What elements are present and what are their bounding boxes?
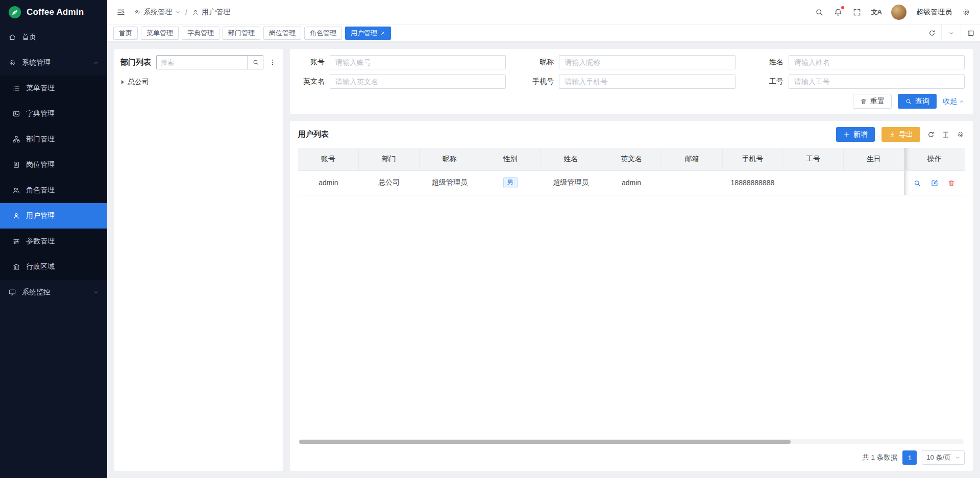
sidebar-item-label: 用户管理 [26, 211, 55, 220]
coffee-logo-icon [8, 6, 21, 19]
user-avatar[interactable] [891, 5, 906, 20]
settings-button[interactable] [962, 8, 971, 17]
tab-options-button[interactable] [941, 24, 961, 41]
department-more-button[interactable] [268, 58, 277, 66]
global-search-button[interactable] [815, 8, 824, 17]
language-switch-button[interactable]: 文A [871, 8, 881, 17]
app-logo[interactable]: Coffee Admin [0, 0, 107, 24]
refresh-tab-button[interactable] [922, 24, 941, 41]
department-panel-header: 部门列表 [120, 55, 277, 69]
sidebar-item-region-mgmt[interactable]: 行政区域 [0, 254, 107, 280]
filter-field-nickname: 昵称 [527, 55, 735, 69]
scrollbar-thumb[interactable] [299, 440, 791, 444]
nickname-input[interactable] [559, 55, 735, 69]
sidebar-item-label: 字典管理 [26, 109, 55, 118]
cell-gender: 男 [480, 170, 541, 195]
tab-dict-mgmt[interactable]: 字典管理 [182, 27, 219, 40]
chevron-down-icon [948, 30, 954, 36]
sidebar-item-user-mgmt[interactable]: 用户管理 [0, 203, 107, 229]
sidebar-item-dept-mgmt[interactable]: 部门管理 [0, 127, 107, 152]
row-density-button[interactable] [942, 131, 950, 139]
chevron-up-icon [959, 98, 965, 105]
sidebar-item-system-mgmt[interactable]: 系统管理 [0, 50, 107, 76]
collapse-filters-link[interactable]: 收起 [943, 97, 965, 106]
search-icon [815, 8, 824, 17]
column-header-nickname: 昵称 [419, 148, 480, 170]
query-button-label: 查询 [915, 97, 929, 106]
sitemap-icon [12, 135, 20, 143]
edit-user-button[interactable] [930, 179, 939, 187]
tab-menu-mgmt[interactable]: 菜单管理 [141, 27, 179, 40]
refresh-icon [928, 29, 936, 37]
breadcrumb-item-user-mgmt[interactable]: 用户管理 [192, 8, 230, 17]
caret-right-icon[interactable] [121, 80, 124, 84]
delete-user-button[interactable] [947, 179, 955, 187]
tab-strip: 首页 菜单管理 字典管理 部门管理 岗位管理 角色管理 用户管理 [107, 24, 980, 42]
en-name-input[interactable] [330, 74, 506, 89]
table-settings-button[interactable] [957, 131, 965, 139]
reset-button[interactable]: 重置 [853, 94, 892, 109]
department-search-input[interactable] [157, 56, 248, 69]
notifications-button[interactable] [834, 8, 843, 17]
tab-label: 用户管理 [351, 29, 377, 38]
close-icon[interactable] [380, 31, 385, 36]
column-header-gender: 性别 [480, 148, 541, 170]
export-button-label: 导出 [899, 130, 913, 139]
tree-node-root[interactable]: 总公司 [120, 77, 277, 88]
name-input[interactable] [789, 55, 965, 69]
refresh-table-button[interactable] [927, 131, 935, 139]
page-number-button[interactable]: 1 [902, 450, 917, 465]
cell-email [662, 170, 722, 195]
download-icon [889, 131, 896, 138]
horizontal-scrollbar[interactable] [299, 439, 964, 444]
gender-tag: 男 [503, 177, 518, 188]
field-label: 工号 [757, 77, 789, 86]
query-button[interactable]: 查询 [898, 94, 937, 109]
sidebar-item-label: 系统监控 [22, 288, 51, 297]
page-size-select[interactable]: 10 条/页 [922, 450, 965, 465]
department-panel-title: 部门列表 [120, 58, 151, 67]
tab-user-mgmt[interactable]: 用户管理 [345, 27, 391, 40]
fullscreen-button[interactable] [852, 8, 862, 17]
right-column: 账号 昵称 姓名 英文名 [290, 49, 973, 471]
phone-input[interactable] [559, 74, 735, 89]
layout-toggle-button[interactable] [961, 24, 980, 41]
collapse-sidebar-button[interactable] [116, 8, 126, 17]
tab-home[interactable]: 首页 [113, 27, 138, 40]
sidebar-item-param-mgmt[interactable]: 参数管理 [0, 229, 107, 254]
sidebar-item-menu-mgmt[interactable]: 菜单管理 [0, 76, 107, 101]
tab-post-mgmt[interactable]: 岗位管理 [263, 27, 301, 40]
add-button-label: 新增 [853, 130, 868, 139]
sidebar-item-role-mgmt[interactable]: 角色管理 [0, 178, 107, 203]
tab-label: 菜单管理 [146, 29, 173, 38]
tab-role-mgmt[interactable]: 角色管理 [304, 27, 342, 40]
current-username[interactable]: 超级管理员 [916, 8, 952, 17]
tree-node-label: 总公司 [128, 78, 149, 87]
field-label: 姓名 [757, 58, 789, 67]
cell-en-name: admin [601, 170, 662, 195]
department-search-button[interactable] [248, 56, 263, 69]
filter-grid: 账号 昵称 姓名 英文名 [298, 55, 965, 89]
sidebar-menu: 首页 系统管理 菜单管理 字典管理 部门管理 岗位管理 [0, 24, 107, 478]
sidebar-item-post-mgmt[interactable]: 岗位管理 [0, 152, 107, 178]
tab-dept-mgmt[interactable]: 部门管理 [223, 27, 260, 40]
column-header-account: 账号 [298, 148, 359, 170]
reset-button-label: 重置 [870, 97, 885, 106]
add-user-button[interactable]: 新增 [836, 127, 875, 142]
department-panel: 部门列表 总公司 [114, 49, 283, 471]
field-label: 手机号 [527, 77, 559, 86]
filter-field-phone: 手机号 [527, 74, 735, 89]
work-no-input[interactable] [789, 74, 965, 89]
sidebar-item-system-monitor[interactable]: 系统监控 [0, 280, 107, 305]
sidebar-submenu-system: 菜单管理 字典管理 部门管理 岗位管理 角色管理 用户管理 [0, 76, 107, 280]
view-user-button[interactable] [913, 179, 921, 187]
account-input[interactable] [330, 55, 506, 69]
edit-icon [930, 179, 939, 187]
export-button[interactable]: 导出 [881, 127, 920, 142]
sidebar-item-home[interactable]: 首页 [0, 24, 107, 50]
menu-fold-icon [116, 8, 126, 17]
breadcrumb-item-system[interactable]: 系统管理 [134, 8, 181, 17]
sidebar-item-dict-mgmt[interactable]: 字典管理 [0, 101, 107, 127]
sliders-icon [12, 237, 20, 245]
expand-icon [852, 8, 862, 17]
